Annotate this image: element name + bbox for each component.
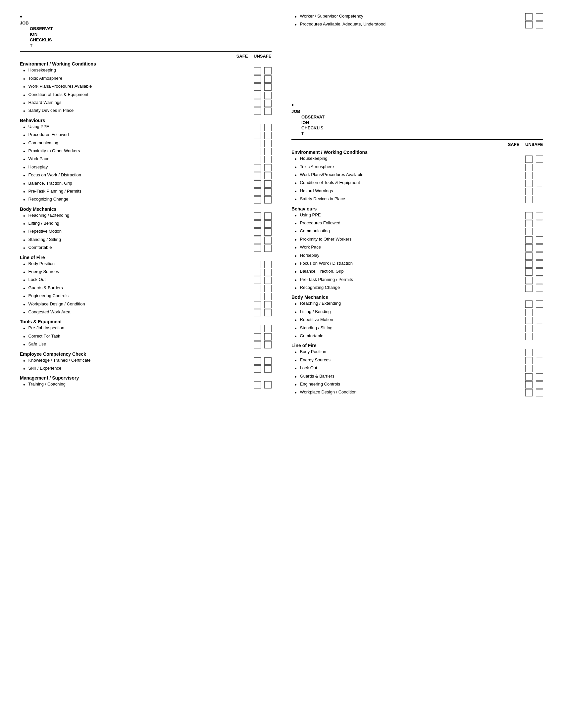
safe-checkbox[interactable] — [254, 309, 261, 316]
safe-checkbox[interactable] — [525, 260, 533, 268]
safe-checkbox[interactable] — [254, 132, 261, 139]
unsafe-checkbox[interactable] — [264, 285, 271, 292]
unsafe-checkbox[interactable] — [536, 268, 543, 276]
safe-checkbox[interactable] — [254, 220, 261, 228]
unsafe-checkbox[interactable] — [536, 21, 543, 28]
unsafe-checkbox[interactable] — [264, 164, 271, 171]
safe-checkbox[interactable] — [254, 92, 261, 99]
safe-checkbox[interactable] — [254, 277, 261, 284]
unsafe-checkbox[interactable] — [536, 300, 543, 308]
safe-checkbox[interactable] — [525, 21, 533, 28]
safe-checkbox[interactable] — [254, 325, 261, 332]
unsafe-checkbox[interactable] — [536, 365, 543, 372]
unsafe-checkbox[interactable] — [264, 83, 271, 91]
unsafe-checkbox[interactable] — [264, 325, 271, 332]
unsafe-checkbox[interactable] — [536, 188, 543, 195]
unsafe-checkbox[interactable] — [264, 67, 271, 74]
unsafe-checkbox[interactable] — [536, 228, 543, 235]
safe-checkbox[interactable] — [254, 245, 261, 252]
safe-checkbox[interactable] — [254, 381, 261, 388]
safe-checkbox[interactable] — [254, 301, 261, 308]
unsafe-checkbox[interactable] — [264, 188, 271, 196]
unsafe-checkbox[interactable] — [264, 132, 271, 139]
unsafe-checkbox[interactable] — [536, 325, 543, 332]
unsafe-checkbox[interactable] — [536, 156, 543, 163]
safe-checkbox[interactable] — [254, 357, 261, 365]
unsafe-checkbox[interactable] — [536, 317, 543, 324]
safe-checkbox[interactable] — [525, 268, 533, 276]
unsafe-checkbox[interactable] — [264, 269, 271, 276]
unsafe-checkbox[interactable] — [536, 373, 543, 381]
unsafe-checkbox[interactable] — [264, 92, 271, 99]
safe-checkbox[interactable] — [254, 100, 261, 107]
safe-checkbox[interactable] — [525, 188, 533, 195]
unsafe-checkbox[interactable] — [536, 357, 543, 364]
unsafe-checkbox[interactable] — [264, 75, 271, 83]
unsafe-checkbox[interactable] — [536, 389, 543, 396]
safe-checkbox[interactable] — [254, 67, 261, 74]
safe-checkbox[interactable] — [254, 212, 261, 220]
safe-checkbox[interactable] — [525, 236, 533, 244]
safe-checkbox[interactable] — [254, 188, 261, 196]
safe-checkbox[interactable] — [254, 75, 261, 83]
safe-checkbox[interactable] — [254, 228, 261, 236]
safe-checkbox[interactable] — [525, 349, 533, 356]
unsafe-checkbox[interactable] — [536, 172, 543, 179]
safe-checkbox[interactable] — [254, 293, 261, 300]
unsafe-checkbox[interactable] — [536, 180, 543, 187]
unsafe-checkbox[interactable] — [264, 100, 271, 107]
unsafe-checkbox[interactable] — [536, 349, 543, 356]
unsafe-checkbox[interactable] — [536, 260, 543, 268]
safe-checkbox[interactable] — [254, 108, 261, 115]
unsafe-checkbox[interactable] — [264, 333, 271, 341]
safe-checkbox[interactable] — [525, 300, 533, 308]
unsafe-checkbox[interactable] — [264, 357, 271, 365]
unsafe-checkbox[interactable] — [264, 196, 271, 204]
unsafe-checkbox[interactable] — [536, 309, 543, 316]
unsafe-checkbox[interactable] — [264, 341, 271, 348]
safe-checkbox[interactable] — [254, 180, 261, 188]
safe-checkbox[interactable] — [525, 13, 533, 21]
safe-checkbox[interactable] — [525, 381, 533, 388]
unsafe-checkbox[interactable] — [264, 277, 271, 284]
unsafe-checkbox[interactable] — [264, 124, 271, 131]
unsafe-checkbox[interactable] — [264, 293, 271, 300]
unsafe-checkbox[interactable] — [264, 245, 271, 252]
safe-checkbox[interactable] — [525, 196, 533, 203]
unsafe-checkbox[interactable] — [264, 148, 271, 155]
unsafe-checkbox[interactable] — [536, 252, 543, 260]
safe-checkbox[interactable] — [254, 365, 261, 373]
unsafe-checkbox[interactable] — [264, 220, 271, 228]
safe-checkbox[interactable] — [525, 180, 533, 187]
safe-checkbox[interactable] — [525, 373, 533, 381]
unsafe-checkbox[interactable] — [536, 333, 543, 340]
unsafe-checkbox[interactable] — [536, 381, 543, 388]
unsafe-checkbox[interactable] — [264, 156, 271, 163]
unsafe-checkbox[interactable] — [536, 285, 543, 292]
safe-checkbox[interactable] — [525, 357, 533, 364]
safe-checkbox[interactable] — [254, 196, 261, 204]
safe-checkbox[interactable] — [254, 341, 261, 348]
unsafe-checkbox[interactable] — [536, 277, 543, 284]
safe-checkbox[interactable] — [254, 285, 261, 292]
safe-checkbox[interactable] — [525, 365, 533, 372]
safe-checkbox[interactable] — [525, 172, 533, 179]
unsafe-checkbox[interactable] — [536, 244, 543, 251]
safe-checkbox[interactable] — [254, 124, 261, 131]
safe-checkbox[interactable] — [254, 237, 261, 244]
unsafe-checkbox[interactable] — [536, 164, 543, 171]
safe-checkbox[interactable] — [525, 285, 533, 292]
unsafe-checkbox[interactable] — [536, 13, 543, 21]
safe-checkbox[interactable] — [525, 325, 533, 332]
unsafe-checkbox[interactable] — [264, 381, 271, 388]
unsafe-checkbox[interactable] — [264, 301, 271, 308]
safe-checkbox[interactable] — [525, 164, 533, 171]
unsafe-checkbox[interactable] — [536, 196, 543, 203]
safe-checkbox[interactable] — [525, 309, 533, 316]
safe-checkbox[interactable] — [525, 317, 533, 324]
unsafe-checkbox[interactable] — [264, 180, 271, 188]
unsafe-checkbox[interactable] — [264, 108, 271, 115]
unsafe-checkbox[interactable] — [536, 236, 543, 244]
safe-checkbox[interactable] — [254, 148, 261, 155]
safe-checkbox[interactable] — [525, 228, 533, 235]
